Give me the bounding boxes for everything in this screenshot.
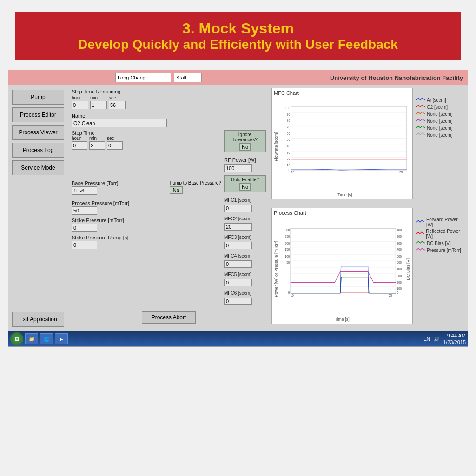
hold-enable-box: Hold Enable? No (224, 175, 266, 192)
process-legend-item: DC Bias [V] (416, 240, 464, 246)
taskbar-time: 9:44 AM 1/23/2015 (443, 332, 466, 346)
taskbar-lang: EN (423, 337, 430, 342)
rf-power-input[interactable] (224, 164, 252, 172)
taskbar-date: 1/23/2015 (443, 339, 466, 345)
mfc3-field: MFC3 [sccm] (224, 232, 266, 249)
st-hour-input[interactable] (72, 141, 87, 150)
svg-text:0: 0 (397, 291, 399, 294)
legend-label: None [sccm] (427, 112, 453, 117)
legend-label: None [sccm] (427, 119, 453, 124)
svg-text:70: 70 (287, 126, 291, 129)
legend-label: None [sccm] (427, 132, 453, 138)
exit-application-button[interactable]: Exit Application (12, 312, 64, 327)
content-area: Pump Process Editor Process Viewer Proce… (8, 85, 468, 331)
legend-icon (416, 231, 424, 237)
step-time-group: Step Time hour min sec (72, 130, 221, 150)
mfc-legend-area: Ar [sccm] O2 [sccm] None [sccm] None [sc… (415, 88, 466, 204)
legend-label: None [sccm] (427, 126, 453, 131)
process-viewer-button[interactable]: Process Viewer (12, 125, 64, 140)
hour-input[interactable] (72, 101, 88, 109)
mfc-chart-title: MFC Chart (274, 90, 410, 96)
svg-text:25: 25 (389, 294, 392, 298)
pump-button[interactable]: Pump (12, 90, 64, 105)
process-abort-button[interactable]: Process Abort (142, 311, 196, 324)
svg-text:40: 40 (287, 145, 291, 148)
pump-to-base-label: Pump to Base Pressure? (170, 180, 221, 185)
svg-text:90: 90 (287, 113, 291, 116)
sidebar: Pump Process Editor Process Viewer Proce… (8, 85, 68, 331)
name-input[interactable] (72, 119, 167, 127)
start-button[interactable]: ⊞ (10, 332, 23, 345)
mfc2-label: MFC2 [sccm] (224, 216, 251, 221)
strike-ramp-input[interactable] (72, 241, 97, 249)
mfc5-label: MFC5 [sccm] (224, 272, 251, 277)
mfc4-input[interactable] (224, 260, 252, 268)
header-line2: Develop Quickly and Efficiently with Use… (24, 37, 452, 52)
legend-label: Pressure [mTorr] (427, 248, 461, 253)
svg-text:250: 250 (285, 235, 290, 238)
hour-label: hour (72, 95, 88, 100)
ignore-tolerances-box: Ignore Tolerances? No (224, 130, 266, 152)
process-pressure-input[interactable] (72, 206, 97, 215)
strike-pressure-group: Strike Pressure [mTorr] (72, 218, 221, 232)
svg-text:100: 100 (285, 255, 290, 258)
st-hour-label: hour (72, 136, 87, 141)
st-sec-label: sec (107, 136, 123, 141)
mfc-svg-area: 100 90 80 70 60 50 40 30 20 10 0 (279, 97, 410, 197)
step-time-label: Step Time (72, 130, 221, 136)
app-window: University of Houston Nanofabrication Fa… (8, 70, 468, 347)
mfc2-input[interactable] (224, 223, 252, 231)
svg-text:60: 60 (287, 132, 291, 135)
process-legend-area: Forward Power [W] Reflected Power [W] DC… (415, 208, 466, 329)
svg-text:25: 25 (399, 171, 403, 174)
legend-icon (416, 97, 425, 103)
st-sec-input[interactable] (107, 141, 123, 150)
strike-pressure-input[interactable] (72, 224, 97, 232)
process-editor-button[interactable]: Process Editor (12, 107, 64, 122)
taskbar-chrome-button[interactable]: 🌐 (40, 333, 53, 344)
process-svg-area: 300 250 200 150 100 50 0 1000 900 800 (279, 217, 405, 322)
mfc-legend-item: None [sccm] (416, 132, 464, 138)
process-chart-wrapper: Power [W] or Pressure [mTorr] (274, 217, 410, 322)
legend-label: Forward Power [W] (426, 217, 464, 227)
mfc5-input[interactable] (224, 279, 252, 286)
min-input[interactable] (90, 101, 107, 109)
two-col-section: Step Time hour min sec (72, 130, 266, 307)
base-pressure-input[interactable] (72, 186, 97, 195)
legend-icon (416, 219, 424, 225)
sec-input[interactable] (109, 101, 126, 109)
st-min-input[interactable] (89, 141, 105, 150)
svg-text:500: 500 (397, 261, 402, 264)
mfc-legend: Ar [sccm] O2 [sccm] None [sccm] None [sc… (416, 97, 464, 138)
process-chart-svg: 300 250 200 150 100 50 0 1000 900 800 (279, 217, 405, 314)
mfc3-input[interactable] (224, 242, 252, 249)
taskbar-explorer-button[interactable]: 📁 (25, 333, 38, 344)
mfc-legend-item: None [sccm] (416, 125, 464, 131)
service-mode-button[interactable]: Service Mode (12, 160, 64, 175)
mfc1-input[interactable] (224, 205, 252, 212)
facility-label: University of Houston Nanofabrication Fa… (330, 74, 463, 81)
ignore-tolerances-value: No (239, 143, 251, 151)
taskbar-app-button[interactable]: ▶ (55, 333, 68, 344)
name-field: Name (72, 113, 266, 127)
svg-text:10: 10 (287, 164, 291, 167)
legend-label: Reflected Power [W] (426, 229, 464, 239)
legend-icon (416, 240, 425, 246)
user-input[interactable] (115, 73, 171, 82)
process-legend-item: Reflected Power [W] (416, 229, 464, 239)
mfc-legend-item: None [sccm] (416, 118, 464, 124)
mfc3-label: MFC3 [sccm] (224, 235, 251, 240)
mfc-legend-item: None [sccm] (416, 111, 464, 117)
role-input[interactable] (174, 73, 202, 82)
pump-to-base-group: Pump to Base Pressure? No (170, 180, 221, 198)
svg-text:100: 100 (285, 106, 290, 110)
legend-icon (416, 247, 425, 253)
strike-ramp-group: Strike Pressure Ramp [s] (72, 235, 221, 249)
mfc4-field: MFC4 [sccm] (224, 251, 266, 268)
top-bar: University of Houston Nanofabrication Fa… (8, 70, 468, 85)
main-panel: Step Time Remaining hour min sec Name (68, 85, 270, 331)
process-log-button[interactable]: Process Log (12, 143, 64, 158)
mfc6-input[interactable] (224, 298, 252, 305)
left-col: Step Time hour min sec (72, 130, 221, 307)
legend-icon (416, 111, 425, 117)
